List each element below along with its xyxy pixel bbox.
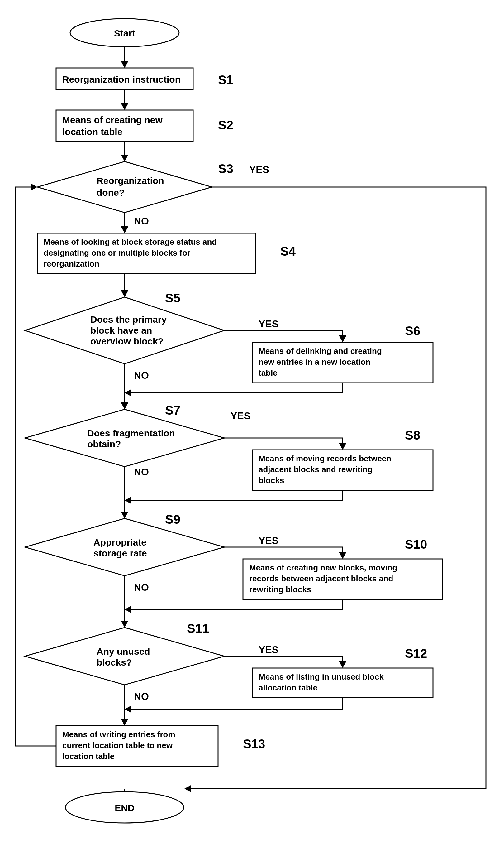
s10-step: S10 — [405, 538, 427, 551]
s6-l1: Means of delinking and creating — [258, 346, 382, 356]
svg-marker-17 — [339, 335, 346, 342]
svg-marker-9 — [37, 161, 212, 213]
s3-no-label: NO — [134, 215, 149, 227]
s12-step: S12 — [405, 647, 427, 660]
svg-marker-23 — [339, 443, 346, 450]
s10-l1: Means of creating new blocks, moving — [249, 563, 397, 572]
s5-no-label: NO — [134, 370, 149, 381]
s3-step: S3 — [218, 162, 233, 176]
s9-step: S9 — [165, 512, 180, 526]
start-node: Start — [70, 19, 179, 47]
s13-l1: Means of writing entries from — [62, 730, 175, 739]
s5-step: S5 — [165, 291, 180, 305]
s2-l1: Means of creating new — [62, 115, 163, 125]
s10-l2: records between adjacent blocks and — [249, 574, 393, 583]
s12-node: Means of listing in unused block allocat… — [252, 647, 433, 698]
s12-l1: Means of listing in unused block — [258, 672, 384, 682]
s5-l2: block have an — [90, 325, 152, 335]
s6-l2: new entries in a new location — [258, 357, 371, 367]
s9-no-label: NO — [134, 582, 149, 593]
s7-l2: obtain? — [87, 439, 121, 449]
s13-node: Means of writing entries from current lo… — [56, 726, 265, 766]
s9-node: Appropriate storage rate S9 — [25, 512, 224, 576]
s10-l3: rewriting blocks — [249, 585, 311, 594]
s8-l1: Means of moving records between — [258, 454, 391, 463]
svg-marker-26 — [125, 496, 131, 504]
s9-l1: Appropriate — [93, 537, 146, 547]
s11-step: S11 — [187, 621, 209, 635]
svg-marker-29 — [339, 552, 346, 559]
s7-node: Does fragmentation obtain? S7 — [25, 403, 224, 467]
start-label: Start — [114, 28, 135, 38]
s3-yes-label: YES — [249, 164, 269, 175]
s2-step: S2 — [218, 118, 233, 132]
s12-l2: allocation table — [258, 683, 318, 692]
s7-yes-label: YES — [231, 410, 250, 421]
svg-marker-12 — [184, 785, 191, 792]
s4-l1: Means of looking at block storage status… — [43, 237, 217, 247]
s4-node: Means of looking at block storage status… — [37, 233, 296, 274]
svg-marker-21 — [121, 402, 128, 409]
svg-marker-35 — [339, 661, 346, 668]
s11-l1: Any unused — [96, 646, 150, 656]
s5-l3: overvlow block? — [90, 336, 164, 346]
s11-l2: blocks? — [96, 657, 132, 667]
s4-l3: reorganization — [43, 259, 100, 268]
s7-step: S7 — [165, 403, 180, 417]
svg-marker-20 — [125, 389, 131, 397]
s8-l2: adjacent blocks and rewriting — [258, 465, 373, 474]
s13-l3: location table — [62, 752, 115, 761]
s3-node: Reorganization done? S3 — [37, 161, 233, 213]
s2-l2: location table — [62, 126, 122, 137]
s8-step: S8 — [405, 428, 420, 442]
svg-marker-32 — [125, 606, 131, 613]
s11-yes-label: YES — [258, 644, 278, 655]
s4-l2: designating one or multiple blocks for — [43, 248, 190, 258]
s5-yes-label: YES — [258, 318, 278, 330]
end-node: END — [66, 792, 184, 823]
s11-no-label: NO — [134, 691, 149, 702]
s6-l3: table — [258, 368, 277, 378]
s5-node: Does the primary block have an overvlow … — [25, 291, 224, 364]
svg-marker-41 — [31, 183, 37, 191]
s13-step: S13 — [243, 737, 265, 751]
s7-l1: Does fragmentation — [87, 428, 175, 438]
s7-no-label: NO — [134, 466, 149, 478]
svg-marker-2 — [121, 61, 128, 68]
s9-l2: storage rate — [93, 548, 147, 558]
svg-marker-33 — [121, 621, 128, 628]
s9-yes-label: YES — [258, 535, 278, 546]
s2-node: Means of creating new location table S2 — [56, 110, 233, 141]
s5-l1: Does the primary — [90, 314, 167, 324]
s8-l3: blocks — [258, 476, 284, 485]
svg-marker-5 — [121, 103, 128, 110]
s6-step: S6 — [405, 324, 420, 338]
s4-step: S4 — [280, 244, 296, 258]
s1-text: Reorganization instruction — [62, 74, 181, 85]
svg-marker-38 — [125, 705, 131, 713]
s11-node: Any unused blocks? S11 — [25, 621, 224, 685]
flowchart: Start Reorganization instruction S1 Mean… — [0, 0, 504, 842]
s1-step: S1 — [218, 73, 233, 87]
svg-marker-15 — [121, 290, 128, 297]
s13-l2: current location table to new — [62, 741, 173, 750]
s3-l2: done? — [96, 187, 125, 198]
svg-marker-8 — [121, 155, 128, 161]
svg-marker-39 — [121, 719, 128, 726]
s3-l1: Reorganization — [96, 176, 164, 186]
svg-marker-11 — [121, 226, 128, 233]
svg-marker-27 — [121, 512, 128, 519]
s1-node: Reorganization instruction S1 — [56, 68, 233, 90]
end-label: END — [115, 803, 134, 813]
